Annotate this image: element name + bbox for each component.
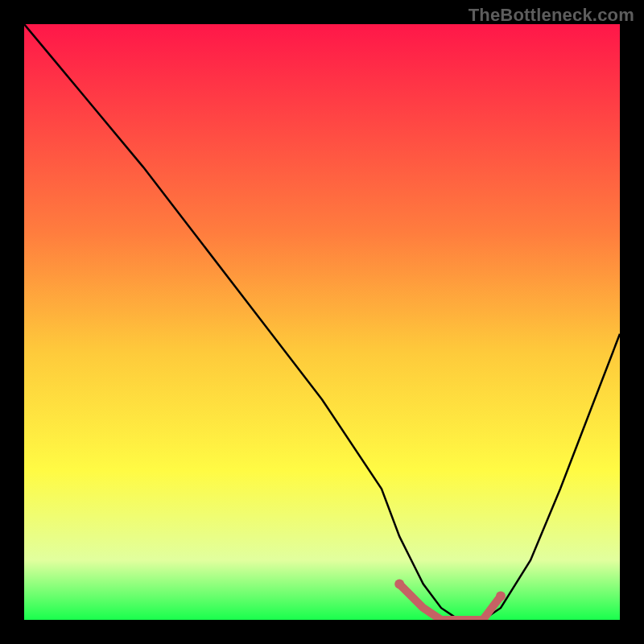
- watermark-text: TheBottleneck.com: [469, 5, 634, 26]
- optimal-range-end-dot: [496, 591, 506, 601]
- gradient-background: [24, 24, 620, 620]
- optimal-range-start-dot: [394, 580, 404, 589]
- plot-area: [24, 24, 620, 620]
- chart-svg: [24, 24, 620, 620]
- chart-frame: TheBottleneck.com: [0, 0, 644, 644]
